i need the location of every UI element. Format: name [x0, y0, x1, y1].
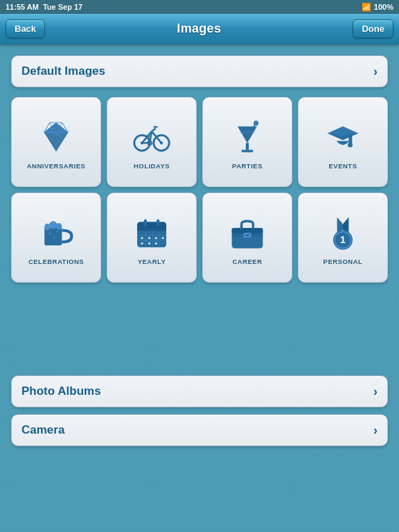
medal-icon: 1 [323, 213, 362, 252]
wifi-icon: 📶 [362, 3, 371, 12]
navigation-bar: Back Images Done [0, 14, 399, 44]
svg-line-17 [152, 128, 156, 131]
category-anniversaries[interactable]: ANNIVERSARIES [11, 97, 101, 187]
svg-point-27 [255, 122, 257, 124]
status-bar: 11:55 AM Tue Sep 17 📶 100% [0, 0, 399, 14]
category-celebrations[interactable]: CELEBRATIONS [11, 193, 101, 283]
svg-marker-22 [238, 126, 257, 143]
career-label: CAREER [232, 258, 262, 265]
status-time: 11:55 AM Tue Sep 17 [6, 3, 82, 11]
default-images-row[interactable]: Default Images › [11, 55, 388, 87]
category-events[interactable]: EVENTS [298, 97, 388, 187]
yearly-label: YEARLY [138, 258, 166, 265]
svg-point-54 [161, 236, 164, 239]
bicycle-icon [132, 118, 171, 157]
svg-rect-23 [246, 143, 249, 150]
camera-label: Camera [21, 423, 64, 437]
svg-rect-24 [242, 150, 254, 152]
beer-icon [37, 213, 76, 252]
anniversaries-label: ANNIVERSARIES [27, 162, 86, 170]
svg-rect-62 [245, 234, 249, 236]
photo-albums-row[interactable]: Photo Albums › [11, 375, 388, 407]
default-images-label: Default Images [21, 64, 105, 78]
category-holidays[interactable]: HOLIDAYS [107, 97, 197, 187]
svg-point-56 [148, 242, 151, 245]
category-personal[interactable]: 1 PERSONAL [298, 193, 388, 283]
svg-point-37 [56, 223, 62, 230]
svg-point-52 [148, 236, 151, 239]
svg-point-38 [49, 232, 52, 235]
photo-albums-label: Photo Albums [21, 384, 101, 398]
status-indicators: 📶 100% [362, 3, 393, 12]
celebrations-label: CELEBRATIONS [28, 258, 84, 265]
diamond-icon [37, 118, 76, 157]
events-label: EVENTS [328, 162, 357, 170]
svg-point-53 [155, 236, 158, 239]
category-grid: ANNIVERSARIES [11, 97, 388, 283]
holidays-label: HOLIDAYS [134, 162, 170, 170]
svg-rect-44 [144, 219, 147, 226]
briefcase-icon [228, 213, 267, 252]
svg-point-36 [49, 221, 57, 229]
svg-rect-43 [137, 227, 166, 231]
bottom-rows: Photo Albums › Camera › [11, 375, 388, 446]
category-career[interactable]: CAREER [202, 193, 292, 283]
default-images-chevron: › [373, 64, 378, 79]
done-button[interactable]: Done [353, 19, 393, 38]
calendar-icon [132, 213, 171, 252]
svg-point-51 [141, 236, 143, 239]
back-button[interactable]: Back [6, 19, 45, 38]
svg-text:1: 1 [340, 234, 346, 245]
svg-point-40 [56, 231, 58, 233]
category-yearly[interactable]: YEARLY [107, 193, 197, 283]
personal-label: PERSONAL [323, 258, 363, 265]
camera-chevron: › [373, 423, 378, 438]
parties-label: PARTIES [232, 162, 263, 170]
cocktail-icon [228, 118, 267, 157]
category-parties[interactable]: PARTIES [202, 97, 292, 187]
svg-point-57 [155, 242, 158, 245]
svg-point-39 [53, 236, 55, 238]
photo-albums-chevron: › [373, 384, 378, 399]
camera-row[interactable]: Camera › [11, 414, 388, 446]
svg-rect-45 [157, 219, 159, 226]
page-title: Images [177, 21, 221, 36]
svg-point-55 [141, 242, 143, 245]
graduation-icon [323, 118, 362, 157]
